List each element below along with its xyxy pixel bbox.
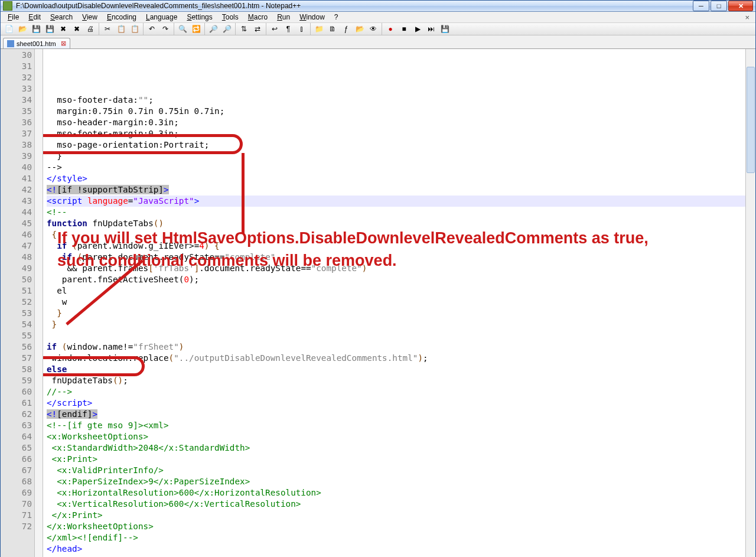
close-all-icon[interactable]: ✖: [71, 23, 83, 35]
code-line[interactable]: </x:WorksheetOptions>: [47, 521, 745, 532]
code-line[interactable]: }: [47, 151, 745, 162]
sync-v-icon[interactable]: ⇅: [238, 23, 250, 35]
code-line[interactable]: fnUpdateTabs();: [47, 375, 745, 386]
code-line[interactable]: [47, 555, 745, 557]
code-line[interactable]: </head>: [47, 543, 745, 555]
menu-encoding[interactable]: Encoding: [102, 12, 141, 22]
code-line[interactable]: </style>: [47, 173, 745, 184]
udl-icon[interactable]: 📁: [313, 23, 325, 35]
code-line[interactable]: </xml><![endif]-->: [47, 532, 745, 543]
line-number: 61: [1, 398, 32, 409]
menu-view[interactable]: View: [77, 12, 102, 22]
vertical-scrollbar[interactable]: [745, 49, 755, 557]
code-line[interactable]: <x:VerticalResolution>600</x:VerticalRes…: [47, 499, 745, 510]
menu-language[interactable]: Language: [141, 12, 182, 22]
code-line[interactable]: <script language="JavaScript">: [47, 196, 745, 207]
code-line[interactable]: function fnUpdateTabs(): [47, 218, 745, 229]
line-number: 33: [1, 83, 32, 95]
copy-icon[interactable]: 📋: [115, 23, 127, 35]
show-all-icon[interactable]: ¶: [282, 23, 294, 35]
code-line[interactable]: <x:PaperSizeIndex>9</x:PaperSizeIndex>: [47, 476, 745, 487]
folder-workspace-icon[interactable]: 📂: [354, 23, 366, 35]
find-icon[interactable]: 🔍: [177, 23, 188, 35]
code-line[interactable]: el: [47, 285, 745, 297]
record-macro-icon[interactable]: ●: [384, 23, 396, 35]
menu-edit[interactable]: Edit: [24, 12, 45, 22]
code-line[interactable]: if (window.name!="frSheet"): [47, 341, 745, 353]
code-line[interactable]: </x:Print>: [47, 510, 745, 521]
code-line[interactable]: }: [47, 319, 745, 330]
zoom-out-icon[interactable]: 🔎: [221, 23, 233, 35]
doc-map-icon[interactable]: 🗎: [327, 23, 338, 35]
code-line[interactable]: mso-header-margin:0.3in;: [47, 117, 745, 128]
code-line[interactable]: mso-page-orientation:Portrait;: [47, 139, 745, 151]
sync-h-icon[interactable]: ⇄: [252, 23, 263, 35]
code-line[interactable]: -->: [47, 162, 745, 173]
wordwrap-icon[interactable]: ↩: [269, 23, 281, 35]
menu-run[interactable]: Run: [272, 12, 295, 22]
code-line[interactable]: }: [47, 308, 745, 319]
maximize-button[interactable]: □: [711, 1, 727, 11]
menu-help[interactable]: ?: [330, 12, 343, 22]
undo-icon[interactable]: ↶: [146, 23, 158, 35]
save-all-icon[interactable]: 💾: [44, 23, 56, 35]
minimize-button[interactable]: ─: [693, 1, 709, 11]
code-line[interactable]: <x:ValidPrinterInfo/>: [47, 465, 745, 476]
menu-settings[interactable]: Settings: [182, 12, 217, 22]
open-file-icon[interactable]: 📂: [17, 23, 28, 35]
code-line[interactable]: </script>: [47, 398, 745, 409]
replace-icon[interactable]: 🔁: [190, 23, 202, 35]
code-line[interactable]: <x:WorksheetOptions>: [47, 431, 745, 442]
code-line[interactable]: <x:StandardWidth>2048</x:StandardWidth>: [47, 442, 745, 454]
fold-column[interactable]: [35, 49, 43, 557]
play-multi-icon[interactable]: ⏭: [425, 23, 437, 35]
code-line[interactable]: margin:0.75in 0.7in 0.75in 0.7in;: [47, 106, 745, 117]
code-line[interactable]: [47, 330, 745, 341]
code-line[interactable]: <![endif]>: [47, 409, 745, 420]
line-number: 31: [1, 61, 32, 72]
menubar-close-icon[interactable]: ×: [741, 13, 753, 22]
save-macro-icon[interactable]: 💾: [439, 23, 451, 35]
close-button[interactable]: ✕: [728, 1, 753, 11]
menu-file[interactable]: File: [3, 12, 24, 22]
code-line[interactable]: <x:HorizontalResolution>600</x:Horizonta…: [47, 487, 745, 499]
code-area[interactable]: mso-footer-data:""; margin:0.75in 0.7in …: [43, 49, 745, 557]
code-line[interactable]: w: [47, 297, 745, 308]
menu-window[interactable]: Window: [295, 12, 330, 22]
save-icon[interactable]: 💾: [30, 23, 42, 35]
menu-tools[interactable]: Tools: [217, 12, 243, 22]
play-macro-icon[interactable]: ▶: [412, 23, 423, 35]
close-file-icon[interactable]: ✖: [57, 23, 69, 35]
redo-icon[interactable]: ↷: [159, 23, 171, 35]
zoom-in-icon[interactable]: 🔎: [207, 23, 219, 35]
print-icon[interactable]: 🖨: [84, 23, 96, 35]
code-line[interactable]: mso-footer-data:"";: [47, 95, 745, 106]
code-line[interactable]: && parent.frames['frTabs'].document.read…: [47, 263, 745, 274]
func-list-icon[interactable]: ƒ: [340, 23, 352, 35]
code-line[interactable]: <!--[if gte mso 9]><xml>: [47, 420, 745, 431]
code-line[interactable]: <!--: [47, 207, 745, 218]
code-line[interactable]: if (parent.window.g_iIEVer>=4) {: [47, 240, 745, 252]
toolbar-sep: [204, 23, 205, 35]
tab-sheet001[interactable]: sheet001.htm ⊠: [3, 38, 70, 48]
code-line[interactable]: {: [47, 229, 745, 240]
menu-macro[interactable]: Macro: [243, 12, 272, 22]
cut-icon[interactable]: ✂: [102, 23, 113, 35]
indent-guide-icon[interactable]: ⫿: [296, 23, 308, 35]
code-line[interactable]: else: [47, 364, 745, 375]
code-line[interactable]: if (parent.document.readyState=="complet…: [47, 252, 745, 263]
code-line[interactable]: parent.fnSetActiveSheet(0);: [47, 274, 745, 285]
code-line[interactable]: mso-footer-margin:0.3in;: [47, 128, 745, 139]
code-line[interactable]: <x:Print>: [47, 454, 745, 465]
tab-close-icon[interactable]: ⊠: [61, 40, 66, 47]
code-line[interactable]: //-->: [47, 386, 745, 398]
code-line[interactable]: <![if !supportTabStrip]>: [47, 184, 745, 196]
scrollbar-thumb[interactable]: [747, 67, 755, 173]
stop-macro-icon[interactable]: ■: [398, 23, 410, 35]
menu-search[interactable]: Search: [45, 12, 77, 22]
monitor-icon[interactable]: 👁: [367, 23, 379, 35]
code-line[interactable]: window.location.replace("../outputDisabl…: [47, 353, 745, 364]
titlebar[interactable]: F:\Download\outputDisableDownlevelReveal…: [1, 1, 755, 12]
new-file-icon[interactable]: 📄: [3, 23, 15, 35]
paste-icon[interactable]: 📋: [129, 23, 141, 35]
